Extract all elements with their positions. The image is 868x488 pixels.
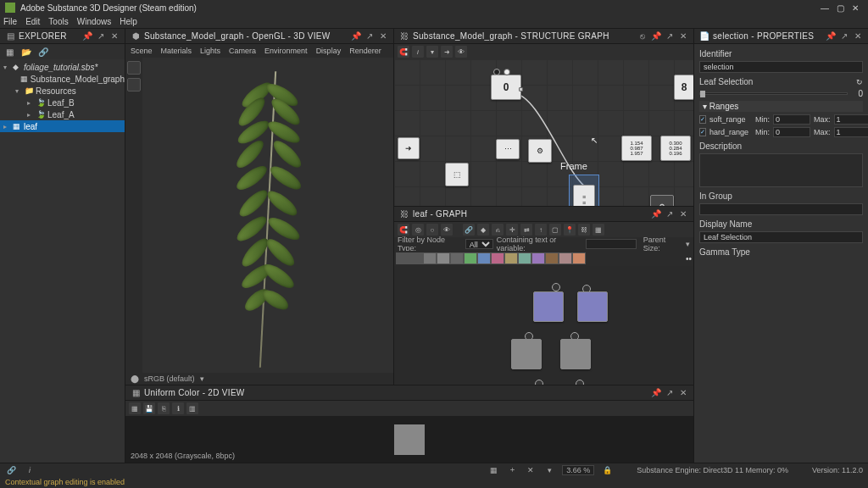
lg-eye-button[interactable]: 👁 [441, 224, 453, 236]
tab-renderer[interactable]: Renderer [349, 47, 381, 55]
leafsel-slider[interactable] [699, 92, 848, 95]
structure-close-icon[interactable]: ✕ [678, 31, 688, 42]
colorspace-select[interactable]: sRGB (default) [144, 374, 195, 383]
explorer-popout-icon[interactable]: ↗ [96, 31, 106, 42]
explorer-close-icon[interactable]: ✕ [109, 31, 120, 42]
palette-item[interactable] [545, 252, 559, 264]
graph-node[interactable] [577, 291, 608, 322]
maximize-button[interactable]: ▢ [832, 2, 848, 14]
menu-file[interactable]: File [3, 17, 17, 26]
reset-icon[interactable]: ↻ [856, 78, 863, 86]
menu-edit[interactable]: Edit [25, 17, 40, 26]
view3d-canvas[interactable] [142, 58, 393, 373]
soft-min-input[interactable] [773, 114, 810, 125]
graph-arrow-button[interactable]: ➜ [441, 46, 453, 58]
status-grid-icon[interactable]: ▦ [487, 465, 499, 475]
status-plus-icon[interactable]: ＋ [506, 465, 518, 475]
lg-layers-button[interactable]: ▦ [593, 224, 604, 236]
status-info-icon[interactable]: i [24, 465, 36, 475]
palette-expand-button[interactable]: •• [686, 254, 692, 263]
p2d-copy-button[interactable]: ⎘ [158, 402, 170, 414]
palette-item[interactable] [437, 252, 450, 264]
tree-item-package[interactable]: ▾◆foliage_tutorial.sbs* [0, 61, 125, 73]
palette-item[interactable] [396, 252, 409, 264]
preview2d-canvas[interactable]: 2048 x 2048 (Grayscale, 8bpc) [125, 416, 693, 463]
structure-node-value0[interactable]: 0 [491, 75, 521, 100]
tab-lights[interactable]: Lights [200, 47, 220, 55]
structure-node-dark[interactable]: ⚙ [650, 195, 674, 206]
link-port-icon[interactable] [576, 380, 584, 385]
view3d-close-icon[interactable]: ✕ [378, 31, 388, 42]
properties-pin-icon[interactable]: 📌 [826, 31, 836, 42]
graph-menu-button[interactable]: ▾ [426, 46, 438, 58]
view3d-pin-icon[interactable]: 📌 [351, 31, 361, 42]
lg-circle-button[interactable]: ○ [426, 224, 438, 236]
minimize-button[interactable]: — [817, 2, 832, 14]
palette-item[interactable] [518, 252, 531, 264]
desc-textarea[interactable] [699, 153, 863, 187]
hard-min-input[interactable] [773, 127, 810, 137]
link-port-icon[interactable] [552, 283, 560, 291]
graph-node[interactable] [511, 339, 542, 369]
tree-item-modelgraph[interactable]: ▦Substance_Model_graph [0, 73, 125, 85]
lg-frame-button[interactable]: ▢ [549, 224, 561, 236]
graph-node[interactable] [560, 339, 591, 369]
ingroup-input[interactable] [699, 203, 863, 215]
status-down-icon[interactable]: ▾ [543, 465, 555, 475]
tab-environment[interactable]: Environment [264, 47, 308, 55]
graph-eye-button[interactable]: 👁 [455, 46, 467, 58]
hard-enable-checkbox[interactable]: ✓ [699, 128, 706, 136]
p2d-info-button[interactable]: ℹ [172, 402, 184, 414]
hard-max-input[interactable] [834, 127, 868, 137]
structure-popout-icon[interactable]: ↗ [665, 31, 675, 42]
leafgraph-pin-icon[interactable]: 📌 [651, 209, 661, 219]
preview2d-pin-icon[interactable]: 📌 [651, 388, 661, 398]
structure-node-a[interactable]: ⬚ [445, 163, 469, 186]
p2d-split-button[interactable]: ▥ [186, 402, 198, 414]
lg-chain-button[interactable]: ⛓ [578, 224, 590, 236]
link-port-icon[interactable] [535, 380, 543, 385]
palette-item[interactable] [409, 252, 423, 264]
graph-magnet-button[interactable]: 🧲 [398, 46, 409, 58]
leafgraph-popout-icon[interactable]: ↗ [665, 209, 675, 219]
tab-camera[interactable]: Camera [229, 47, 256, 55]
palette-item[interactable] [531, 252, 545, 264]
status-x-icon[interactable]: ✕ [525, 465, 537, 475]
display-input[interactable] [699, 231, 863, 243]
graph-italic-button[interactable]: i [412, 46, 424, 58]
tree-item-leaf[interactable]: ▸▦leaf [0, 120, 125, 132]
light-mode-button[interactable] [127, 78, 141, 92]
tab-materials[interactable]: Materials [161, 47, 192, 55]
structure-pin-icon[interactable]: 📌 [651, 31, 661, 42]
lg-split-button[interactable]: ⎌ [492, 224, 504, 236]
link-button[interactable]: 🔗 [37, 46, 49, 58]
tree-item-leaf-a[interactable]: ▸🍃Leaf_A [0, 108, 125, 120]
structure-node-list[interactable]: ≡≡≡ [573, 185, 595, 206]
p2d-save-button[interactable]: 💾 [143, 402, 155, 414]
preview2d-close-icon[interactable]: ✕ [678, 388, 688, 398]
ranges-header[interactable]: ▾ Ranges [699, 101, 863, 112]
palette-item[interactable] [504, 252, 518, 264]
properties-popout-icon[interactable]: ↗ [839, 31, 849, 42]
p2d-channel-button[interactable]: ▦ [129, 402, 141, 414]
camera-mode-button[interactable] [127, 61, 141, 75]
open-file-button[interactable]: 📂 [20, 46, 32, 58]
palette-item[interactable] [464, 252, 477, 264]
lg-magnet-button[interactable]: 🧲 [398, 224, 409, 236]
palette-item[interactable] [477, 252, 491, 264]
palette-item[interactable] [572, 252, 586, 264]
lg-up-button[interactable]: ↑ [535, 224, 547, 236]
zoom-field[interactable]: 3.66 % [562, 465, 594, 475]
menu-help[interactable]: Help [120, 17, 137, 26]
preview2d-popout-icon[interactable]: ↗ [665, 388, 675, 398]
lg-flip-button[interactable]: ⇄ [520, 224, 532, 236]
tab-scene[interactable]: Scene [131, 47, 153, 55]
palette-item[interactable] [450, 252, 464, 264]
structure-node-b[interactable]: ⋯ [496, 139, 520, 159]
menu-tools[interactable]: Tools [48, 17, 68, 26]
menu-windows[interactable]: Windows [77, 17, 112, 26]
graph-node[interactable] [533, 291, 564, 322]
palette-item[interactable] [423, 252, 437, 264]
lg-diamond-button[interactable]: ◆ [477, 224, 489, 236]
tree-item-leaf-b[interactable]: ▸🍃Leaf_B [0, 97, 125, 108]
